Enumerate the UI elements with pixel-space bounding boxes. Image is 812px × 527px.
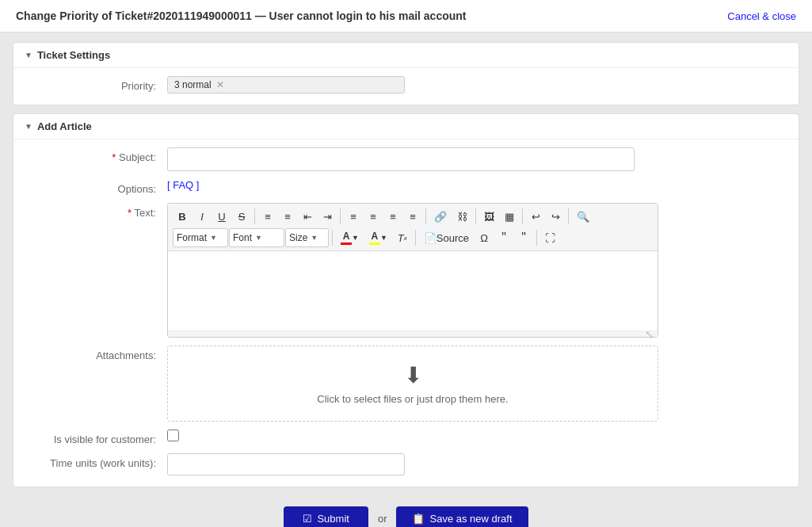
cite-button[interactable]: " xyxy=(514,228,533,247)
faq-link[interactable]: [ FAQ ] xyxy=(167,179,199,191)
page-header: Change Priority of Ticket#20201119490000… xyxy=(0,0,812,32)
bg-color-button[interactable]: A ▼ xyxy=(364,228,392,247)
justify-button[interactable]: ≡ xyxy=(403,207,422,226)
visible-customer-control xyxy=(167,430,787,441)
bg-color-arrow: ▼ xyxy=(380,234,387,242)
save-draft-button[interactable]: 📋 Save as new draft xyxy=(396,506,528,527)
font-color-arrow: ▼ xyxy=(352,234,359,242)
unlink-button[interactable]: ⛓ xyxy=(452,207,472,226)
size-label: Size xyxy=(289,232,307,243)
main-content: ▼ Ticket Settings Priority: 3 normal ✕ xyxy=(0,32,812,497)
unordered-list-button[interactable]: ≡ xyxy=(278,207,297,226)
toolbar-divider-6 xyxy=(568,208,569,224)
add-article-label: Add Article xyxy=(37,120,92,132)
format-dropdown[interactable]: Format ▼ xyxy=(173,228,228,247)
visible-customer-label: Is visible for customer: xyxy=(25,430,167,445)
italic-button[interactable]: I xyxy=(193,207,212,226)
redo-button[interactable]: ↪ xyxy=(546,207,565,226)
search-button[interactable]: 🔍 xyxy=(572,207,594,226)
align-center-button[interactable]: ≡ xyxy=(364,207,383,226)
undo-button[interactable]: ↩ xyxy=(526,207,545,226)
page-footer: ☑ Submit or 📋 Save as new draft xyxy=(0,497,812,527)
bold-button[interactable]: B xyxy=(173,207,192,226)
priority-row: Priority: 3 normal ✕ xyxy=(25,76,787,94)
visible-customer-checkbox[interactable] xyxy=(167,430,179,441)
attachments-dropzone[interactable]: ⬇ Click to select files or just drop the… xyxy=(167,346,658,422)
size-dropdown[interactable]: Size ▼ xyxy=(285,228,329,247)
outdent-button[interactable]: ⇤ xyxy=(298,207,317,226)
image-button[interactable]: 🖼 xyxy=(479,207,499,226)
submit-label: Submit xyxy=(317,513,349,525)
attachments-label: Attachments: xyxy=(25,346,167,361)
font-dropdown-arrow: ▼ xyxy=(255,234,262,242)
editor-resize-handle[interactable]: ⤡ xyxy=(168,330,658,337)
submit-check-icon: ☑ xyxy=(303,513,312,525)
page-title: Change Priority of Ticket#20201119490000… xyxy=(16,10,467,22)
ordered-list-button[interactable]: ≡ xyxy=(258,207,277,226)
visible-customer-row: Is visible for customer: xyxy=(25,430,787,445)
toolbar-divider-2 xyxy=(340,208,341,224)
toolbar-divider-5 xyxy=(522,208,523,224)
options-row: Options: [ FAQ ] xyxy=(25,179,787,195)
toolbar-divider-8 xyxy=(415,230,416,246)
table-button[interactable]: ▦ xyxy=(500,207,519,226)
font-label: Font xyxy=(233,232,252,243)
toolbar-divider-1 xyxy=(254,208,255,224)
ticket-settings-header[interactable]: ▼ Ticket Settings xyxy=(13,43,799,67)
ticket-settings-label: Ticket Settings xyxy=(37,49,110,61)
align-left-button[interactable]: ≡ xyxy=(344,207,363,226)
time-units-input[interactable] xyxy=(167,453,405,475)
text-control: B I U S ≡ ≡ ⇤ ⇥ ≡ xyxy=(167,203,787,338)
ticket-settings-body: Priority: 3 normal ✕ xyxy=(13,67,799,105)
source-button[interactable]: 📄 Source xyxy=(419,228,474,247)
options-label: Options: xyxy=(25,179,167,195)
font-color-button[interactable]: A ▼ xyxy=(336,228,364,247)
toolbar-divider-3 xyxy=(425,208,426,224)
font-dropdown[interactable]: Font ▼ xyxy=(229,228,284,247)
subject-row: Subject: xyxy=(25,147,787,171)
text-row: Text: B I U S ≡ xyxy=(25,203,787,338)
toolbar-divider-7 xyxy=(332,230,333,246)
bg-color-icon: A xyxy=(369,231,380,245)
options-control: [ FAQ ] xyxy=(167,179,787,191)
strikethrough-button[interactable]: S xyxy=(232,207,251,226)
priority-control: 3 normal ✕ xyxy=(167,76,787,94)
submit-button[interactable]: ☑ Submit xyxy=(284,506,368,527)
cancel-close-button[interactable]: Cancel & close xyxy=(727,10,796,22)
clear-format-button[interactable]: Tx xyxy=(393,228,412,247)
size-dropdown-arrow: ▼ xyxy=(311,234,318,242)
subject-control xyxy=(167,147,787,171)
font-color-icon: A xyxy=(341,231,352,245)
link-button[interactable]: 🔗 xyxy=(429,207,452,226)
editor-container: B I U S ≡ ≡ ⇤ ⇥ ≡ xyxy=(167,203,658,338)
bg-color-indicator xyxy=(369,242,380,245)
editor-toolbar: B I U S ≡ ≡ ⇤ ⇥ ≡ xyxy=(168,204,658,251)
priority-remove-button[interactable]: ✕ xyxy=(216,79,224,90)
underline-button[interactable]: U xyxy=(212,207,231,226)
indent-button[interactable]: ⇥ xyxy=(318,207,337,226)
toolbar-divider-9 xyxy=(536,230,537,246)
priority-label: Priority: xyxy=(25,76,167,92)
format-dropdown-arrow: ▼ xyxy=(210,234,217,242)
omega-button[interactable]: Ω xyxy=(475,228,494,247)
text-label: Text: xyxy=(25,203,167,219)
draft-label: Save as new draft xyxy=(429,513,512,525)
source-icon: 📄 xyxy=(424,232,436,244)
source-label: Source xyxy=(436,232,469,244)
upload-icon: ⬇ xyxy=(184,362,642,388)
align-right-button[interactable]: ≡ xyxy=(383,207,402,226)
time-units-label: Time units (work units): xyxy=(25,453,167,469)
subject-input[interactable] xyxy=(167,147,635,171)
attachments-control: ⬇ Click to select files or just drop the… xyxy=(167,346,787,422)
add-article-header[interactable]: ▼ Add Article xyxy=(13,114,799,139)
format-label: Format xyxy=(177,232,207,243)
ticket-settings-arrow: ▼ xyxy=(25,51,32,59)
attachments-row: Attachments: ⬇ Click to select files or … xyxy=(25,346,787,422)
toolbar-row-1: B I U S ≡ ≡ ⇤ ⇥ ≡ xyxy=(173,207,653,226)
priority-tag[interactable]: 3 normal ✕ xyxy=(167,76,405,94)
time-units-row: Time units (work units): xyxy=(25,453,787,475)
fullscreen-button[interactable]: ⛶ xyxy=(540,228,560,247)
subject-label: Subject: xyxy=(25,147,167,163)
blockquote-button[interactable]: " xyxy=(494,228,513,247)
text-editor[interactable] xyxy=(168,251,658,330)
